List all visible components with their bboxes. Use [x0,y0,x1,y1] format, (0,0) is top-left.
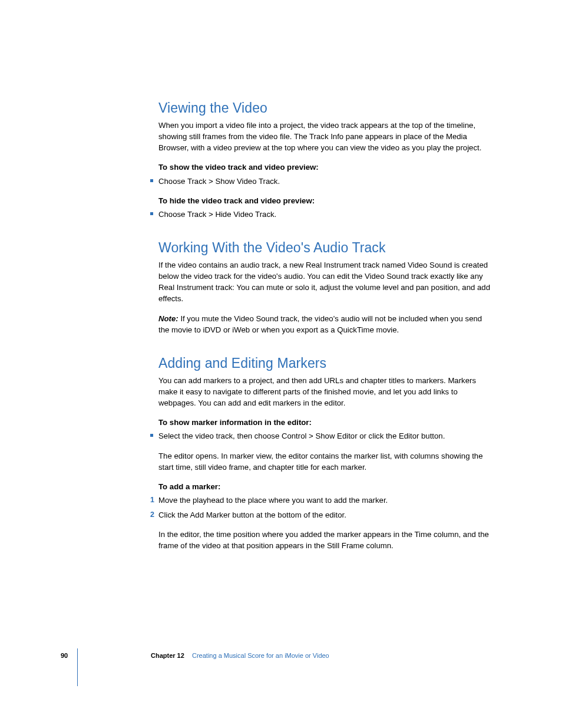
list-item-text: Select the video track, then choose Cont… [158,430,494,442]
list-show-marker: Select the video track, then choose Cont… [158,430,494,442]
lead-hide-video: To hide the video track and video previe… [158,195,494,206]
list-hide-video: Choose Track > Hide Video Track. [158,209,494,220]
vertical-rule [77,648,78,686]
lead-show-marker-info: To show marker information in the editor… [158,417,494,428]
chapter-label: Chapter 12 [151,652,184,659]
lead-show-video: To show the video track and video previe… [158,162,494,173]
square-bullet-icon [150,212,153,215]
list-item-text: Choose Track > Hide Video Track. [158,209,494,220]
section-markers: Adding and Editing Markers You can add m… [158,355,494,552]
after-add-marker: In the editor, the time position where y… [158,529,494,551]
step-text: Move the playhead to the place where you… [158,495,494,506]
step-number: 2 [150,509,154,520]
section-audio-track: Working With the Video's Audio Track If … [158,240,494,335]
body-viewing: When you import a video file into a proj… [158,120,494,153]
step-item: 2Click the Add Marker button at the bott… [150,509,494,521]
list-item: Choose Track > Hide Video Track. [150,209,494,220]
note-label: Note: [158,314,180,323]
body-audio: If the video contains an audio track, a … [158,259,494,305]
square-bullet-icon [150,434,153,437]
content-column: Viewing the Video When you import a vide… [158,100,494,552]
chapter-title: Creating a Musical Score for an iMovie o… [192,652,329,659]
heading-markers: Adding and Editing Markers [158,355,494,371]
note-paragraph: Note: If you mute the Video Sound track,… [158,313,494,335]
list-show-video: Choose Track > Show Video Track. [158,176,494,187]
body-markers: You can add markers to a project, and th… [158,375,494,409]
square-bullet-icon [150,179,153,182]
list-item: Select the video track, then choose Cont… [150,430,494,442]
section-viewing-video: Viewing the Video When you import a vide… [158,100,494,220]
note-text: If you mute the Video Sound track, the v… [158,314,482,334]
heading-viewing: Viewing the Video [158,100,494,116]
steps-add-marker: 1Move the playhead to the place where yo… [158,495,494,521]
page-body: Viewing the Video When you import a vide… [77,29,525,572]
heading-audio: Working With the Video's Audio Track [158,240,494,256]
after-show-marker: The editor opens. In marker view, the ed… [158,450,494,473]
step-text: Click the Add Marker button at the botto… [158,509,494,521]
step-number: 1 [150,495,154,505]
list-item-text: Choose Track > Show Video Track. [158,176,494,187]
list-item: Choose Track > Show Video Track. [150,176,494,187]
page-number: 90 [61,652,68,659]
lead-add-marker: To add a marker: [158,481,494,492]
step-item: 1Move the playhead to the place where yo… [150,495,494,506]
